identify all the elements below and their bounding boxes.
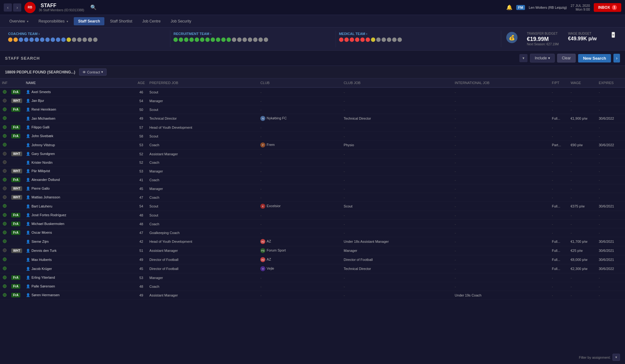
recruitment-team-title[interactable]: RECRUITMENT TEAM ›	[173, 32, 332, 36]
table-row[interactable]: 👤Krister Nordin52Coach------	[0, 158, 625, 167]
col-header-age[interactable]: AGE	[135, 78, 148, 87]
international-job: -	[453, 132, 550, 141]
preferred-job: Head of Youth Development	[148, 123, 258, 132]
club-name: -	[258, 105, 342, 114]
back-button[interactable]: ‹	[4, 3, 12, 12]
table-row[interactable]: FrA👤Søren Hermansen49Assistant Manager--…	[0, 291, 625, 300]
contract-expires: -	[597, 132, 625, 141]
table-row[interactable]: 👤Max Huiberts49Director of FootballAZAZD…	[0, 255, 625, 264]
subnav-staff-shortlist[interactable]: Staff Shortlist	[106, 17, 137, 25]
notifications-icon[interactable]: 🔔	[506, 4, 512, 10]
full-part-time: -	[550, 273, 569, 282]
inbox-button[interactable]: INBOX 1	[594, 3, 621, 12]
col-header-name[interactable]: NAME	[24, 78, 135, 87]
col-header-pref-job[interactable]: PREFERRED JOB	[148, 78, 258, 87]
international-job: -	[453, 246, 550, 255]
table-row[interactable]: FrA👤Michael Buskermolen48Coach------	[0, 220, 625, 228]
include-button[interactable]: Include ▾	[530, 54, 555, 62]
table-row[interactable]: WHT👤Gary Sundgren52Assistant Manager----…	[0, 150, 625, 158]
club-name: AZAZ	[258, 237, 342, 246]
wage: €8,000 p/w	[569, 255, 597, 264]
person-name: 👤René Henriksen	[24, 105, 135, 114]
col-header-expires[interactable]: EXPIRES	[597, 78, 625, 87]
contract-filter-button[interactable]: 👁 Contract ▾	[79, 68, 107, 76]
table-row[interactable]: FrA👤Alexander Östlund41Coach------	[0, 176, 625, 184]
club-name: -	[258, 150, 342, 158]
filter-assignment-button[interactable]: ▾	[612, 354, 620, 361]
wage: -	[569, 220, 597, 228]
club-job: -	[342, 184, 453, 193]
club-job: -	[342, 220, 453, 228]
day-time: Mon 9:00	[571, 7, 590, 11]
user-info[interactable]: Len Wolters (RB Leipzig)	[529, 6, 567, 9]
table-row[interactable]: FrA👤John Sivebæk58Scout------	[0, 132, 625, 141]
table-row[interactable]: 👤Johnny Vilstrup53CoachFFremPhysio-Part.…	[0, 141, 625, 150]
full-part-time: -	[550, 105, 569, 114]
table-row[interactable]: FrA👤Axel Smeets46Scout------	[0, 87, 625, 97]
subnav-staff-search[interactable]: Staff Search	[74, 17, 104, 25]
subnav-responsibilities[interactable]: Responsibilities ▾	[34, 17, 72, 25]
col-header-club[interactable]: CLUB	[258, 78, 342, 87]
person-age: 41	[135, 176, 148, 184]
international-job: -	[453, 273, 550, 282]
person-age: 53	[135, 273, 148, 282]
contract-expires: -	[597, 228, 625, 237]
table-row[interactable]: 👤Jan Michaelsen49Technical DirectorNNykø…	[0, 114, 625, 123]
subnav-job-centre[interactable]: Job Centre	[138, 17, 165, 25]
full-part-time: -	[550, 87, 569, 97]
empty-cell: -	[260, 134, 262, 138]
international-job: -	[453, 167, 550, 176]
table-row[interactable]: WHT👤Jan Bjur54Manager------	[0, 97, 625, 105]
status-indicator	[3, 134, 7, 138]
empty-cell: -	[260, 222, 262, 226]
table-row[interactable]: FrA👤José Fortes Rodríguez48Scout------	[0, 211, 625, 220]
table-row[interactable]: WHT👤Pierre Gallo45Manager------	[0, 184, 625, 193]
budget-section: 💰 TRANSFER BUDGET €19.99M Next Season: €…	[501, 31, 620, 47]
club-job: Technical Director	[342, 114, 453, 123]
contract-expires: -	[597, 105, 625, 114]
col-header-ft[interactable]: F/PT	[550, 78, 569, 87]
filter-toggle-button[interactable]: ▾	[519, 54, 528, 62]
table-row[interactable]: FrA👤Palle Sørensen48Coach------	[0, 282, 625, 291]
contract-badge: WHT	[11, 152, 22, 156]
coaching-team-title[interactable]: COACHING TEAM ›	[8, 32, 167, 36]
table-row[interactable]: WHT👤Mattias Johansson47Coach------	[0, 193, 625, 202]
table-row[interactable]: FrA👤Oscar Moens47Goalkeeping Coach------	[0, 228, 625, 237]
filter-icon: 👁	[82, 70, 86, 74]
expand-button[interactable]: ›	[613, 54, 620, 62]
wage: -	[569, 211, 597, 220]
search-button[interactable]: 🔍	[90, 4, 97, 10]
col-header-wage[interactable]: WAGE	[569, 78, 597, 87]
clear-button[interactable]: Clear	[557, 54, 576, 62]
status-indicator	[3, 222, 7, 226]
table-row[interactable]: WHT👤Pär Millqvist53Manager------	[0, 167, 625, 176]
col-header-inf[interactable]: INF	[0, 78, 9, 87]
club-job: -	[342, 211, 453, 220]
table-row[interactable]: FrA👤Erling Ytterland53Manager------	[0, 273, 625, 282]
empty-cell: -	[260, 99, 262, 103]
forward-button[interactable]: ›	[13, 3, 21, 12]
table-row[interactable]: FrA👤Filippo Galli57Head of Youth Develop…	[0, 123, 625, 132]
col-header-intl-job[interactable]: INTERNATIONAL JOB	[453, 78, 550, 87]
col-header-club-job[interactable]: CLUB JOB	[342, 78, 453, 87]
contract-expires: 30/6/2021	[597, 202, 625, 211]
subnav-overview[interactable]: Overview ▾	[5, 17, 33, 25]
budget-expand-button[interactable]: ▾	[612, 32, 615, 38]
preferred-job: Coach	[148, 141, 258, 150]
staff-search-title: STAFF SEARCH	[5, 56, 519, 61]
table-row[interactable]: 👤Bart Latuheru54ScoutEExcelsiorScout-Ful…	[0, 202, 625, 211]
full-part-time: -	[550, 132, 569, 141]
club-subtitle: 36 Staff Members (ID:91013388)	[39, 8, 84, 12]
new-search-button[interactable]: New Search	[578, 54, 611, 62]
medical-team-title[interactable]: MEDICAL TEAM ›	[339, 32, 498, 36]
table-row[interactable]: WHT👤Dennis den Turk51Assistant ManagerFS…	[0, 246, 625, 255]
international-job: -	[453, 105, 550, 114]
international-job: -	[453, 141, 550, 150]
contract-badge: FrA	[11, 107, 20, 112]
status-indicator	[3, 178, 7, 182]
table-row[interactable]: 👤Jacob Krüger45Director of FootballVVejl…	[0, 264, 625, 273]
table-row[interactable]: 👤Sieme Zijm42Head of Youth DevelopmentAZ…	[0, 237, 625, 246]
table-row[interactable]: FrA👤René Henriksen50Scout------	[0, 105, 625, 114]
top-icons: 🔔	[506, 4, 512, 10]
subnav-job-security[interactable]: Job Security	[166, 17, 196, 25]
